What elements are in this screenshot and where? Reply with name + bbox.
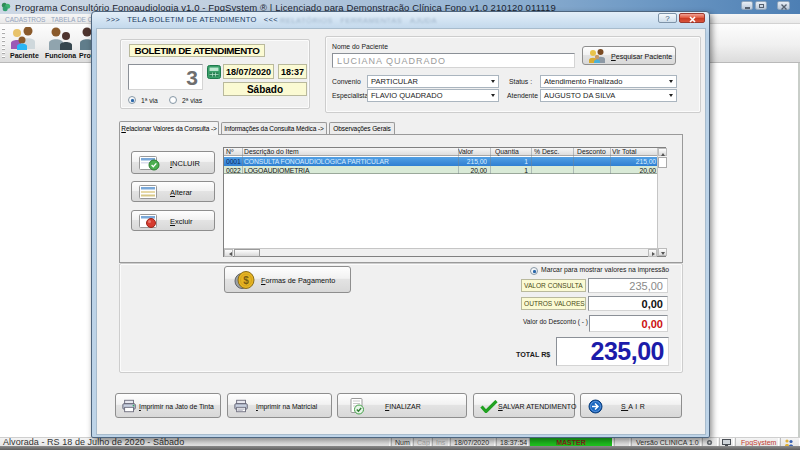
svg-text:$: $ — [243, 275, 249, 286]
